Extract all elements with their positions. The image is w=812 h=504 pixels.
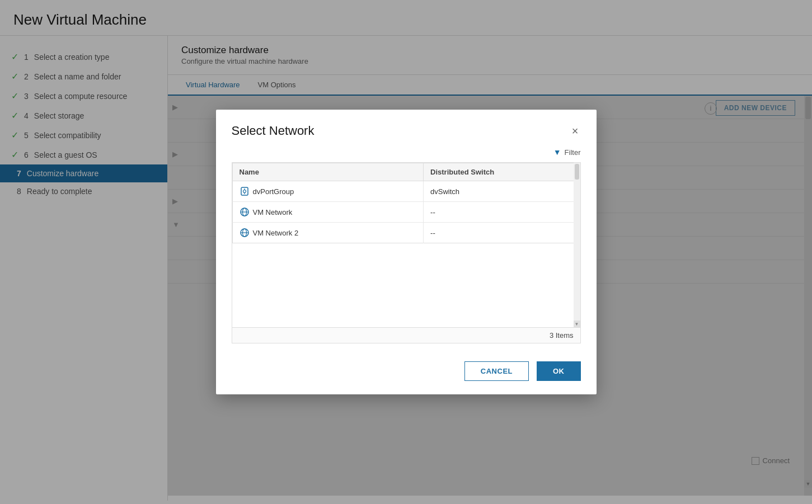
table-scrollbar[interactable]: ▼	[574, 163, 580, 327]
filter-label: Filter	[565, 148, 581, 157]
select-network-modal: Select Network × ▼ Filter Name Di	[216, 110, 597, 394]
svg-point-1	[243, 190, 246, 193]
modal-ok-button[interactable]: OK	[537, 361, 581, 381]
col-name-header: Name	[232, 163, 424, 181]
table-cell-name-text-3: VM Network 2	[253, 229, 299, 237]
network-table-wrapper: Name Distributed Switch	[232, 162, 581, 328]
modal-close-button[interactable]: ×	[570, 123, 581, 139]
modal-cancel-button[interactable]: CANCEL	[464, 361, 529, 381]
modal-title: Select Network	[232, 124, 315, 138]
table-header-row: Name Distributed Switch	[232, 163, 580, 181]
col-switch-header: Distributed Switch	[424, 163, 580, 181]
dvport-icon	[240, 186, 250, 196]
table-cell-name-3: VM Network 2	[232, 223, 424, 243]
table-scrollbar-thumb[interactable]	[575, 164, 579, 180]
table-cell-name-2: VM Network	[232, 202, 424, 223]
filter-icon: ▼	[553, 148, 561, 157]
network-icon-1	[240, 207, 250, 217]
table-cell-switch-1: dvSwitch	[424, 181, 580, 202]
table-row[interactable]: VM Network 2 --	[232, 223, 580, 243]
table-row[interactable]: dvPortGroup dvSwitch	[232, 181, 580, 202]
modal-footer: CANCEL OK	[216, 352, 597, 394]
modal-backdrop: Select Network × ▼ Filter Name Di	[0, 0, 812, 504]
network-table: Name Distributed Switch	[232, 163, 580, 243]
table-cell-switch-2: --	[424, 202, 580, 223]
table-scroll-down[interactable]: ▼	[574, 321, 580, 327]
table-cell-name-text-1: dvPortGroup	[253, 187, 294, 196]
network-icon-2	[240, 228, 250, 238]
table-cell-name-text-2: VM Network	[253, 208, 293, 216]
table-cell-switch-3: --	[424, 223, 580, 243]
page-background: New Virtual Machine ✓ 1 Select a creatio…	[0, 0, 812, 504]
table-empty-area	[232, 243, 580, 327]
modal-header: Select Network ×	[216, 110, 597, 148]
modal-body: ▼ Filter Name Distributed Switch	[216, 148, 597, 352]
filter-row: ▼ Filter	[232, 148, 581, 157]
table-cell-name-1: dvPortGroup	[232, 181, 424, 202]
items-count: 3 Items	[232, 328, 581, 343]
table-row[interactable]: VM Network --	[232, 202, 580, 223]
